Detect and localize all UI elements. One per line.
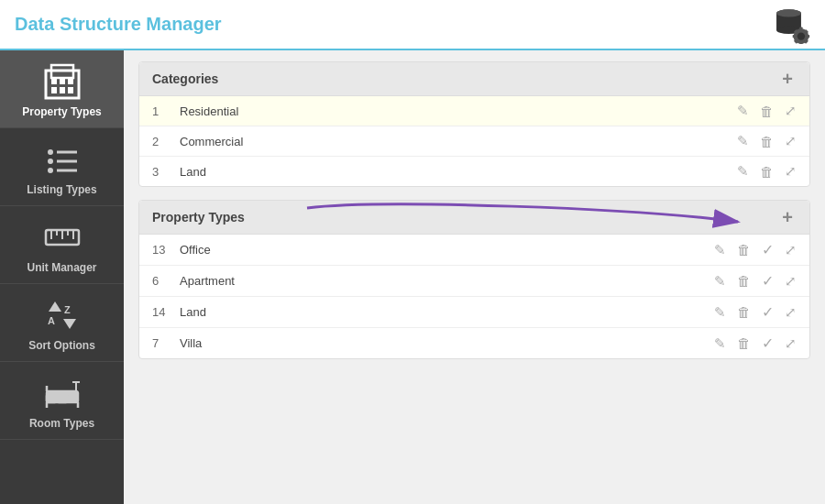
sidebar-label-property-types: Property Types (22, 105, 101, 118)
property-types-title: Property Types (152, 210, 245, 225)
delete-icon[interactable]: 🗑 (760, 104, 774, 119)
edit-icon[interactable]: ✎ (737, 133, 749, 149)
svg-rect-18 (68, 78, 73, 84)
row-name: Land (180, 165, 737, 179)
main-layout: Property Types Listing Types (0, 50, 825, 504)
delete-icon[interactable]: 🗑 (760, 134, 774, 149)
row-actions: ✎ 🗑 ✓ ⤢ (714, 334, 797, 352)
svg-point-5 (798, 32, 805, 39)
table-row: 14 Land ✎ 🗑 ✓ ⤢ (139, 297, 809, 328)
table-row: 1 Residential ✎ 🗑 ⤢ (139, 96, 809, 126)
table-row: 6 Apartment ✎ 🗑 ✓ ⤢ (139, 266, 809, 297)
row-name: Apartment (180, 274, 714, 288)
delete-icon[interactable]: 🗑 (737, 273, 751, 289)
row-number: 6 (152, 274, 180, 288)
edit-icon[interactable]: ✎ (714, 273, 726, 290)
delete-icon[interactable]: 🗑 (737, 335, 751, 351)
svg-point-23 (48, 159, 53, 164)
list-icon (44, 141, 81, 178)
sidebar-item-unit-manager[interactable]: Unit Manager (0, 206, 124, 284)
edit-icon[interactable]: ✎ (737, 163, 749, 180)
svg-text:A: A (48, 315, 55, 326)
categories-title: Categories (152, 71, 218, 86)
check-icon[interactable]: ✓ (762, 272, 774, 290)
move-icon[interactable]: ⤢ (785, 273, 797, 290)
svg-text:Z: Z (64, 304, 71, 315)
svg-marker-35 (63, 319, 76, 329)
sidebar-item-listing-types[interactable]: Listing Types (0, 128, 124, 206)
delete-icon[interactable]: 🗑 (760, 164, 774, 180)
sidebar-label-sort-options: Sort Options (28, 339, 95, 352)
row-number: 14 (152, 305, 180, 319)
row-name: Office (180, 243, 714, 257)
move-icon[interactable]: ⤢ (785, 133, 797, 149)
move-icon[interactable]: ⤢ (785, 242, 797, 258)
svg-rect-40 (58, 395, 67, 402)
row-number: 7 (152, 336, 180, 350)
bed-icon (44, 375, 81, 411)
main-content: Categories + 1 Residential ✎ 🗑 ⤢ 2 Comme… (124, 50, 825, 504)
sidebar-item-property-types[interactable]: Property Types (0, 50, 124, 128)
delete-icon[interactable]: 🗑 (737, 242, 751, 257)
categories-header: Categories + (139, 62, 809, 96)
table-row: 13 Office ✎ 🗑 ✓ ⤢ (139, 235, 809, 266)
property-types-add-button[interactable]: + (778, 208, 797, 226)
sidebar-item-room-types[interactable]: Room Types (0, 362, 124, 440)
sidebar-label-listing-types: Listing Types (27, 183, 96, 196)
edit-icon[interactable]: ✎ (714, 242, 726, 258)
svg-rect-16 (51, 78, 57, 84)
row-number: 13 (152, 243, 180, 257)
svg-rect-21 (68, 87, 73, 93)
svg-point-3 (776, 9, 801, 16)
svg-rect-19 (51, 87, 57, 93)
app-header: Data Structure Manager (0, 0, 825, 50)
row-actions: ✎ 🗑 ✓ ⤢ (714, 303, 797, 321)
table-row: 2 Commercial ✎ 🗑 ⤢ (139, 126, 809, 157)
check-icon[interactable]: ✓ (762, 334, 774, 352)
categories-section: Categories + 1 Residential ✎ 🗑 ⤢ 2 Comme… (138, 61, 810, 187)
row-actions: ✎ 🗑 ✓ ⤢ (714, 272, 797, 290)
row-number: 2 (152, 135, 180, 148)
svg-rect-39 (47, 395, 56, 402)
svg-rect-6 (799, 27, 802, 30)
move-icon[interactable]: ⤢ (785, 163, 797, 180)
property-types-header: Property Types + (139, 201, 809, 235)
sidebar: Property Types Listing Types (0, 50, 124, 504)
row-actions: ✎ 🗑 ⤢ (737, 103, 797, 119)
sidebar-label-room-types: Room Types (29, 417, 94, 430)
table-row: 3 Land ✎ 🗑 ⤢ (139, 157, 809, 186)
row-name: Residential (180, 104, 737, 118)
row-actions: ✎ 🗑 ✓ ⤢ (714, 241, 797, 258)
row-name: Villa (180, 336, 714, 350)
building-icon (44, 63, 81, 100)
row-actions: ✎ 🗑 ⤢ (737, 163, 797, 180)
edit-icon[interactable]: ✎ (737, 103, 749, 119)
move-icon[interactable]: ⤢ (785, 103, 797, 119)
property-types-section: Property Types + 13 Office ✎ 🗑 ✓ ⤢ 6 Apa… (138, 200, 810, 359)
row-name: Land (180, 305, 714, 319)
row-number: 3 (152, 165, 180, 179)
delete-icon[interactable]: 🗑 (737, 304, 751, 320)
svg-rect-7 (799, 41, 802, 44)
categories-add-button[interactable]: + (778, 70, 797, 88)
ruler-icon (44, 219, 81, 256)
svg-rect-20 (60, 87, 65, 93)
svg-marker-34 (49, 301, 61, 312)
svg-point-24 (48, 168, 53, 173)
move-icon[interactable]: ⤢ (785, 304, 797, 321)
database-settings-icon (772, 5, 810, 44)
sidebar-label-unit-manager: Unit Manager (27, 261, 96, 274)
check-icon[interactable]: ✓ (762, 303, 774, 321)
row-name: Commercial (180, 135, 737, 148)
svg-rect-8 (793, 34, 797, 37)
row-number: 1 (152, 104, 180, 118)
check-icon[interactable]: ✓ (762, 241, 774, 258)
row-actions: ✎ 🗑 ⤢ (737, 133, 797, 149)
app-title: Data Structure Manager (15, 14, 222, 35)
move-icon[interactable]: ⤢ (785, 335, 797, 352)
sidebar-item-sort-options[interactable]: A Z Sort Options (0, 284, 124, 362)
edit-icon[interactable]: ✎ (714, 304, 726, 321)
sort-icon: A Z (44, 297, 81, 334)
edit-icon[interactable]: ✎ (714, 335, 726, 352)
svg-rect-9 (806, 34, 809, 37)
